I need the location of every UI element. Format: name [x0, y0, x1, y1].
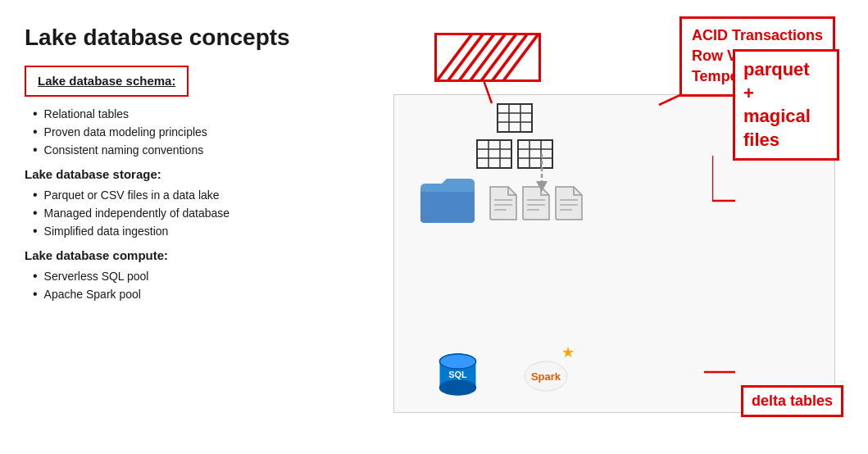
- diagonal-lines-icon: [437, 35, 539, 79]
- delta-text: delta tables: [752, 393, 833, 409]
- compute-item-1: Serverless SQL pool: [33, 267, 369, 285]
- diagonal-lines-box: [434, 33, 541, 82]
- schema-box: Lake database schema:: [25, 66, 189, 97]
- document-svg-3: [554, 185, 584, 221]
- document-svg-1: [489, 185, 518, 221]
- compute-list: Serverless SQL pool Apache Spark pool: [25, 267, 369, 303]
- schema-item-1: Relational tables: [33, 105, 369, 123]
- sql-icon: SQL: [435, 352, 480, 404]
- delta-box: delta tables: [741, 385, 843, 417]
- schema-label: Lake database schema:: [38, 74, 175, 88]
- compute-item-2: Apache Spark pool: [33, 285, 369, 303]
- storage-item-3: Simplified data ingestion: [33, 222, 369, 240]
- delta-connector: [704, 360, 737, 384]
- folder-svg: [419, 177, 476, 225]
- storage-list: Parquet or CSV files in a data lake Mana…: [25, 186, 369, 240]
- svg-text:Spark: Spark: [531, 370, 561, 383]
- schema-item-2: Proven data modeling principles: [33, 123, 369, 141]
- sql-cylinder-icon: SQL: [435, 352, 480, 401]
- svg-point-37: [440, 354, 476, 369]
- grid-icon-left: [476, 139, 512, 169]
- folder-icon: [419, 177, 476, 228]
- svg-text:SQL: SQL: [448, 370, 467, 379]
- schema-item-3: Consistent naming conventions: [33, 141, 369, 159]
- parquet-connector: [712, 156, 737, 205]
- star-icon: ★: [561, 343, 575, 361]
- storage-item-2: Managed independently of database: [33, 204, 369, 222]
- diag-connector: [484, 80, 533, 105]
- table-icon-top: [497, 103, 533, 136]
- doc-icon-3: [554, 185, 584, 225]
- page-title: Lake database concepts: [25, 25, 369, 51]
- parquet-box: parquet+magicalfiles: [733, 49, 839, 161]
- table-icon-left: [476, 139, 512, 172]
- doc-icon-1: [489, 185, 518, 225]
- left-panel: Lake database concepts Lake database sch…: [25, 16, 369, 438]
- svg-point-36: [440, 380, 476, 395]
- compute-heading: Lake database compute:: [25, 248, 369, 262]
- svg-marker-24: [536, 181, 548, 192]
- right-panel: ACID Transactions Row Version Temporal Q…: [385, 16, 843, 438]
- grid-icon: [497, 103, 533, 133]
- down-arrow-icon: [529, 152, 554, 193]
- svg-line-7: [484, 80, 492, 103]
- storage-heading: Lake database storage:: [25, 167, 369, 181]
- parquet-text: parquet+magicalfiles: [743, 58, 829, 152]
- svg-rect-13: [477, 140, 511, 168]
- arrow-down: [529, 152, 554, 197]
- storage-item-1: Parquet or CSV files in a data lake: [33, 186, 369, 204]
- svg-line-6: [499, 35, 539, 79]
- spark-icon: Spark ★: [521, 352, 570, 404]
- schema-list: Relational tables Proven data modeling p…: [25, 105, 369, 159]
- svg-line-0: [437, 35, 477, 79]
- svg-rect-8: [498, 104, 532, 132]
